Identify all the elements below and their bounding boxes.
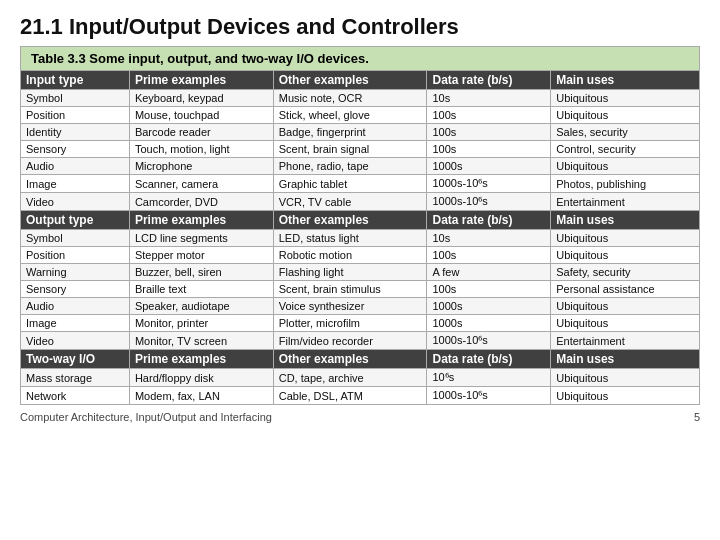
cell: Cable, DSL, ATM <box>273 387 427 405</box>
cell: Image <box>21 175 130 193</box>
cell: Speaker, audiotape <box>129 298 273 315</box>
cell: Audio <box>21 158 130 175</box>
cell: Position <box>21 247 130 264</box>
cell: 1000s <box>427 315 551 332</box>
cell: 1000s-10⁶s <box>427 387 551 405</box>
cell: Stick, wheel, glove <box>273 107 427 124</box>
cell: 10s <box>427 90 551 107</box>
cell: Symbol <box>21 230 130 247</box>
cell: Touch, motion, light <box>129 141 273 158</box>
io-table: Input type Prime examples Other examples… <box>20 70 700 405</box>
col-other-examples-tw: Other examples <box>273 350 427 369</box>
cell: Film/video recorder <box>273 332 427 350</box>
cell: Mouse, touchpad <box>129 107 273 124</box>
cell: 10s <box>427 230 551 247</box>
cell: 10⁶s <box>427 369 551 387</box>
cell: Identity <box>21 124 130 141</box>
cell: Sensory <box>21 141 130 158</box>
cell: 100s <box>427 124 551 141</box>
footer-left: Computer Architecture, Input/Output and … <box>20 411 272 423</box>
table-row: Video Monitor, TV screen Film/video reco… <box>21 332 700 350</box>
col-output-type: Output type <box>21 211 130 230</box>
cell: Entertainment <box>551 193 700 211</box>
col-main-uses-out: Main uses <box>551 211 700 230</box>
cell: Scent, brain stimulus <box>273 281 427 298</box>
cell: Scanner, camera <box>129 175 273 193</box>
cell: Badge, fingerprint <box>273 124 427 141</box>
cell: Camcorder, DVD <box>129 193 273 211</box>
col-data-rate: Data rate (b/s) <box>427 71 551 90</box>
cell: 1000s <box>427 158 551 175</box>
cell: 100s <box>427 247 551 264</box>
cell: Control, security <box>551 141 700 158</box>
cell: LCD line segments <box>129 230 273 247</box>
col-data-rate-out: Data rate (b/s) <box>427 211 551 230</box>
cell: Network <box>21 387 130 405</box>
cell: Ubiquitous <box>551 158 700 175</box>
cell: Entertainment <box>551 332 700 350</box>
cell: Ubiquitous <box>551 90 700 107</box>
cell: 1000s-10⁶s <box>427 193 551 211</box>
table-caption: Table 3.3 Some input, output, and two-wa… <box>20 46 700 70</box>
table-row: Image Scanner, camera Graphic tablet 100… <box>21 175 700 193</box>
cell: Sensory <box>21 281 130 298</box>
table-row: Mass storage Hard/floppy disk CD, tape, … <box>21 369 700 387</box>
col-other-examples: Other examples <box>273 71 427 90</box>
cell: Ubiquitous <box>551 230 700 247</box>
cell: Plotter, microfilm <box>273 315 427 332</box>
cell: Voice synthesizer <box>273 298 427 315</box>
cell: Video <box>21 332 130 350</box>
input-header-row: Input type Prime examples Other examples… <box>21 71 700 90</box>
cell: Microphone <box>129 158 273 175</box>
table-row: Warning Buzzer, bell, siren Flashing lig… <box>21 264 700 281</box>
cell: Braille text <box>129 281 273 298</box>
twoway-header-row: Two-way I/O Prime examples Other example… <box>21 350 700 369</box>
cell: Barcode reader <box>129 124 273 141</box>
cell: Safety, security <box>551 264 700 281</box>
cell: Stepper motor <box>129 247 273 264</box>
cell: Photos, publishing <box>551 175 700 193</box>
cell: 1000s <box>427 298 551 315</box>
cell: Ubiquitous <box>551 298 700 315</box>
cell: LED, status light <box>273 230 427 247</box>
cell: Modem, fax, LAN <box>129 387 273 405</box>
table-row: Symbol LCD line segments LED, status lig… <box>21 230 700 247</box>
cell: Position <box>21 107 130 124</box>
table-row: Audio Microphone Phone, radio, tape 1000… <box>21 158 700 175</box>
cell: Hard/floppy disk <box>129 369 273 387</box>
cell: Warning <box>21 264 130 281</box>
col-prime-examples-out: Prime examples <box>129 211 273 230</box>
col-twoway-type: Two-way I/O <box>21 350 130 369</box>
cell: 100s <box>427 141 551 158</box>
table-row: Sensory Braille text Scent, brain stimul… <box>21 281 700 298</box>
col-prime-examples: Prime examples <box>129 71 273 90</box>
col-other-examples-out: Other examples <box>273 211 427 230</box>
col-data-rate-tw: Data rate (b/s) <box>427 350 551 369</box>
cell: Monitor, printer <box>129 315 273 332</box>
table-row: Identity Barcode reader Badge, fingerpri… <box>21 124 700 141</box>
cell: 1000s-10⁶s <box>427 332 551 350</box>
cell: Video <box>21 193 130 211</box>
cell: Personal assistance <box>551 281 700 298</box>
cell: Audio <box>21 298 130 315</box>
cell: Monitor, TV screen <box>129 332 273 350</box>
table-row: Video Camcorder, DVD VCR, TV cable 1000s… <box>21 193 700 211</box>
table-row: Network Modem, fax, LAN Cable, DSL, ATM … <box>21 387 700 405</box>
cell: Sales, security <box>551 124 700 141</box>
col-prime-examples-tw: Prime examples <box>129 350 273 369</box>
cell: Ubiquitous <box>551 315 700 332</box>
cell: 100s <box>427 107 551 124</box>
footer: Computer Architecture, Input/Output and … <box>0 407 720 427</box>
cell: Buzzer, bell, siren <box>129 264 273 281</box>
col-main-uses: Main uses <box>551 71 700 90</box>
table-row: Audio Speaker, audiotape Voice synthesiz… <box>21 298 700 315</box>
cell: Mass storage <box>21 369 130 387</box>
cell: CD, tape, archive <box>273 369 427 387</box>
cell: Ubiquitous <box>551 369 700 387</box>
col-input-type: Input type <box>21 71 130 90</box>
output-header-row: Output type Prime examples Other example… <box>21 211 700 230</box>
footer-right: 5 <box>694 411 700 423</box>
cell: Scent, brain signal <box>273 141 427 158</box>
cell: Ubiquitous <box>551 247 700 264</box>
cell: A few <box>427 264 551 281</box>
